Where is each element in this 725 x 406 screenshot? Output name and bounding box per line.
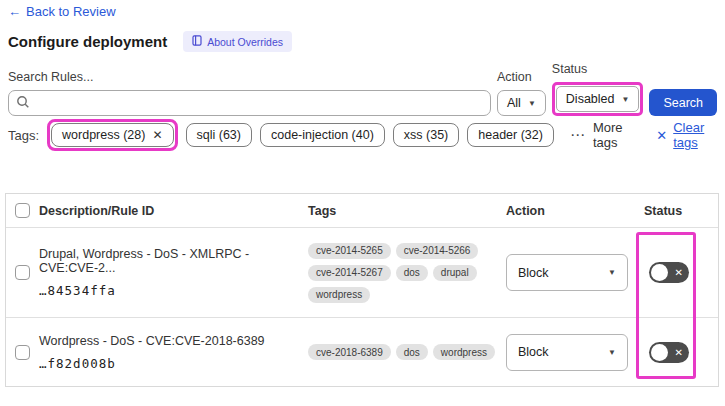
more-tags-button[interactable]: ⋯ More tags: [570, 120, 634, 150]
tag-chip-wordpress[interactable]: wordpress (28) ✕: [51, 123, 173, 147]
tag-chip-xss[interactable]: xss (35): [393, 123, 459, 147]
status-toggle-off[interactable]: ✕: [649, 342, 689, 363]
about-overrides-label: About Overrides: [207, 36, 283, 48]
header-action: Action: [506, 204, 644, 218]
toggle-x-icon: ✕: [675, 266, 683, 279]
action-select-value: Block: [518, 266, 549, 280]
status-filter-value: Disabled: [566, 92, 615, 106]
action-filter-value: All: [507, 96, 521, 110]
status-filter-label: Status: [552, 62, 644, 76]
tags-label: Tags:: [8, 128, 39, 143]
rule-tag-pill: cve-2014-5266: [396, 243, 479, 259]
action-select-dropdown[interactable]: Block ▼: [506, 334, 628, 371]
search-box: [8, 90, 491, 116]
action-filter-group: Action All ▼: [497, 70, 546, 116]
row-checkbox[interactable]: [15, 265, 30, 280]
tag-chip-label: sqli (63): [197, 128, 241, 142]
rule-id: …84534ffa: [39, 283, 296, 298]
back-arrow-icon: ←: [8, 4, 21, 19]
selected-tag-highlight: wordpress (28) ✕: [47, 119, 177, 151]
header-description: Description/Rule ID: [39, 204, 308, 218]
clear-tags-button[interactable]: ✕ Clear tags: [656, 120, 717, 150]
rule-id: …f82d008b: [39, 356, 296, 371]
chevron-down-icon: ▼: [528, 99, 536, 108]
configure-deployment-page: ← Back to Review Configure deployment Ab…: [0, 0, 725, 406]
tag-chip-label: wordpress (28): [62, 128, 145, 142]
rule-description: Drupal, Wordpress - DoS - XMLRPC - CVE:C…: [39, 247, 296, 275]
toggle-x-icon: ✕: [675, 346, 683, 359]
rule-tag-pill: cve-2014-5265: [308, 243, 391, 259]
toggle-knob: [651, 344, 668, 361]
action-filter-dropdown[interactable]: All ▼: [497, 90, 546, 116]
filter-bar: Search Rules... Action All ▼ Status Disa…: [8, 62, 717, 116]
rule-tag-pill: dos: [396, 344, 428, 360]
rule-tag-pill: cve-2018-6389: [308, 344, 391, 360]
rule-tag-pill: cve-2014-5267: [308, 265, 391, 281]
status-filter-group: Status Disabled ▼: [552, 62, 644, 116]
rule-tags: cve-2018-6389 dos wordpress: [308, 344, 506, 360]
page-header: Configure deployment About Overrides: [8, 31, 292, 52]
tag-chip-label: code-injection (40): [271, 128, 374, 142]
chevron-down-icon: ▼: [621, 95, 629, 104]
ellipsis-icon: ⋯: [570, 126, 586, 144]
search-button[interactable]: Search: [649, 89, 717, 116]
row-checkbox[interactable]: [15, 345, 30, 360]
rule-tags: cve-2014-5265 cve-2014-5266 cve-2014-526…: [308, 243, 506, 303]
rule-tag-pill: dos: [396, 265, 428, 281]
status-filter-highlight: Disabled ▼: [552, 82, 644, 116]
rule-tag-pill: wordpress: [308, 287, 370, 303]
toggle-knob: [651, 264, 668, 281]
page-title: Configure deployment: [8, 33, 167, 50]
chevron-down-icon: ▼: [608, 268, 616, 277]
table-header-row: Description/Rule ID Tags Action Status: [6, 194, 718, 228]
rule-tag-pill: wordpress: [433, 344, 495, 360]
tag-chip-label: xss (35): [404, 128, 448, 142]
select-all-checkbox[interactable]: [15, 203, 30, 218]
rule-description: Wordpress - DoS - CVE:CVE-2018-6389: [39, 334, 296, 348]
clear-tags-label: Clear tags: [673, 120, 717, 150]
search-rules-group: Search Rules...: [8, 70, 491, 116]
status-filter-dropdown[interactable]: Disabled ▼: [556, 86, 640, 112]
tag-chip-label: header (32): [478, 128, 543, 142]
back-link-label: Back to Review: [26, 4, 116, 19]
chevron-down-icon: ▼: [608, 348, 616, 357]
close-icon: ✕: [656, 128, 667, 143]
back-to-review-link[interactable]: ← Back to Review: [8, 4, 116, 19]
remove-tag-icon[interactable]: ✕: [152, 128, 162, 142]
status-toggle-off[interactable]: ✕: [649, 262, 689, 283]
action-filter-label: Action: [497, 70, 546, 84]
document-icon: [192, 35, 202, 48]
search-rules-input[interactable]: [8, 90, 491, 116]
header-tags: Tags: [308, 204, 506, 218]
header-status: Status: [644, 204, 718, 218]
tag-chip-header[interactable]: header (32): [467, 123, 554, 147]
tag-chip-sqli[interactable]: sqli (63): [186, 123, 252, 147]
more-tags-label: More tags: [593, 120, 634, 150]
action-select-value: Block: [518, 345, 549, 359]
table-row: Drupal, Wordpress - DoS - XMLRPC - CVE:C…: [6, 228, 718, 318]
search-icon: [16, 95, 30, 113]
search-rules-label: Search Rules...: [8, 70, 491, 84]
rule-tag-pill: drupal: [433, 265, 477, 281]
about-overrides-badge[interactable]: About Overrides: [183, 31, 292, 52]
tag-chip-code-injection[interactable]: code-injection (40): [260, 123, 385, 147]
tags-filter-bar: Tags: wordpress (28) ✕ sqli (63) code-in…: [8, 119, 717, 151]
rules-table: Description/Rule ID Tags Action Status D…: [5, 193, 719, 387]
action-select-dropdown[interactable]: Block ▼: [506, 254, 628, 291]
table-row: Wordpress - DoS - CVE:CVE-2018-6389 …f82…: [6, 318, 718, 386]
